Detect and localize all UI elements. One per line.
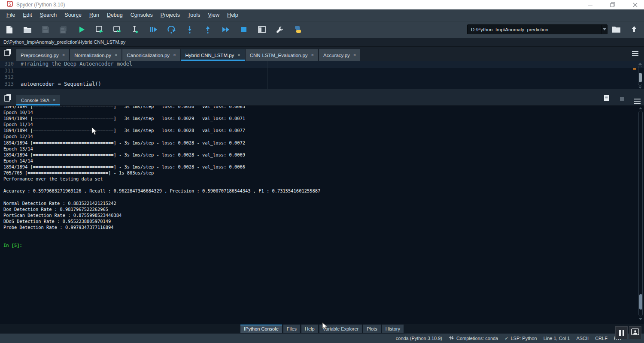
mouse-cursor: [91, 127, 97, 137]
browse-working-directory-icon[interactable]: [611, 24, 621, 34]
editor-tab-accuracy[interactable]: Accuracy.py×: [319, 49, 360, 61]
console-scrollbar-thumb[interactable]: [639, 294, 642, 310]
menu-run[interactable]: Run: [85, 9, 103, 21]
scroll-down-icon[interactable]: [639, 318, 642, 320]
debug-continue-icon[interactable]: [221, 24, 231, 35]
close-window-icon[interactable]: [630, 1, 640, 9]
scroll-down-icon[interactable]: [638, 87, 642, 89]
restore-icon[interactable]: [608, 1, 617, 9]
console-options-menu-icon[interactable]: [634, 99, 641, 99]
statusbar: conda (Python 3.10.9) Completions: conda…: [0, 334, 644, 343]
tab-history[interactable]: History: [382, 325, 404, 333]
eol-status: CRLF: [595, 336, 608, 341]
recorder-webcam-button[interactable]: [629, 326, 641, 339]
new-console-icon[interactable]: [603, 94, 610, 103]
code-editor[interactable]: 310#Training the Deep Autoencoder model …: [0, 61, 644, 89]
run-selection-icon[interactable]: [131, 24, 140, 35]
python-path-manager-icon[interactable]: [293, 24, 303, 35]
editor-line: 310#Training the Deep Autoencoder model: [0, 61, 644, 68]
run-cell-advance-icon[interactable]: [112, 24, 122, 35]
stop-debug-icon[interactable]: [239, 24, 249, 35]
warning-scrollflag[interactable]: [633, 69, 636, 70]
editor-tabbar: Preprocessing.py× Normalization.py× Cano…: [0, 47, 644, 61]
console-scrollbar[interactable]: [638, 111, 643, 316]
preferences-icon[interactable]: [275, 24, 285, 35]
recorder-pause-button[interactable]: [615, 326, 628, 339]
editor-tab-canonicalization[interactable]: Canonicalization.py×: [122, 49, 180, 61]
chevron-down-icon[interactable]: [601, 25, 607, 34]
menu-tools[interactable]: Tools: [184, 9, 204, 21]
working-directory-combobox[interactable]: D:\Python_Imp\Anomaly_prediction: [467, 24, 608, 34]
console-prompt[interactable]: In [5]:: [3, 242, 644, 248]
new-file-icon[interactable]: [4, 24, 14, 35]
column-edge-line: [267, 61, 267, 89]
webcam-frame-icon: [631, 328, 639, 337]
cursor-position-status: Line 1, Col 1: [544, 336, 570, 341]
scroll-up-icon[interactable]: [638, 63, 642, 65]
menu-edit[interactable]: Edit: [19, 9, 36, 21]
console-tabbar: Console 19/A ×: [0, 93, 644, 105]
menu-view[interactable]: View: [204, 9, 223, 21]
scroll-up-icon[interactable]: [639, 107, 642, 109]
minimize-icon[interactable]: [586, 1, 595, 9]
tab-files[interactable]: Files: [283, 325, 300, 333]
run-file-icon[interactable]: [76, 24, 86, 35]
encoding-status: ASCII: [576, 336, 589, 341]
close-icon[interactable]: ×: [173, 53, 176, 57]
warning-scrollflag[interactable]: [633, 68, 636, 69]
menu-consoles[interactable]: Consoles: [127, 9, 157, 21]
maximize-pane-icon[interactable]: [257, 24, 267, 35]
editor-tab-hybrid-cnn-lstm[interactable]: Hybrid CNN_LSTM.py×: [181, 49, 245, 61]
close-icon[interactable]: ×: [237, 53, 240, 57]
tab-help[interactable]: Help: [301, 325, 318, 333]
debug-step-out-icon[interactable]: [203, 24, 213, 35]
lsp-status[interactable]: ✓ LSP: Python: [504, 336, 537, 341]
close-icon[interactable]: ×: [353, 53, 356, 57]
breadcrumb: D:\Python_Imp\Anomaly_prediction\Hybrid …: [0, 38, 644, 47]
mouse-cursor: [322, 322, 328, 332]
run-cell-icon[interactable]: [94, 24, 104, 35]
window-title: Spyder (Python 3.10): [16, 2, 65, 8]
save-all-icon[interactable]: [58, 24, 68, 35]
close-icon[interactable]: ×: [115, 53, 117, 57]
menu-file[interactable]: File: [3, 9, 19, 21]
ipython-console-output[interactable]: 1894/1894 [=============================…: [0, 105, 644, 324]
menu-debug[interactable]: Debug: [103, 9, 127, 21]
menu-help[interactable]: Help: [223, 9, 242, 21]
editor-options-menu-icon[interactable]: [632, 51, 638, 52]
svg-text:S: S: [9, 2, 11, 6]
editor-line: 311: [0, 68, 644, 75]
pause-icon: [619, 330, 624, 336]
completions-status[interactable]: Completions: conda: [449, 335, 498, 341]
tab-ipython-console[interactable]: IPython Console: [240, 325, 282, 333]
open-file-icon[interactable]: [22, 24, 32, 35]
re-run-cell-icon[interactable]: [149, 24, 158, 35]
interrupt-kernel-icon[interactable]: [620, 97, 624, 101]
check-icon: ✓: [504, 336, 508, 341]
browse-tabs-icon[interactable]: [4, 94, 13, 102]
editor-scrollbar-thumb[interactable]: [639, 73, 642, 82]
close-icon[interactable]: ×: [53, 98, 55, 102]
editor-tab-normalization[interactable]: Normalization.py×: [70, 49, 122, 61]
editor-tab-preprocessing[interactable]: Preprocessing.py×: [16, 49, 69, 61]
menubar: File Edit Search Source Run Debug Consol…: [0, 9, 644, 21]
editor-line: 312: [0, 74, 644, 81]
browse-tabs-icon[interactable]: [4, 48, 13, 57]
close-icon[interactable]: ×: [62, 53, 65, 57]
tab-plots[interactable]: Plots: [363, 325, 380, 333]
close-icon[interactable]: ×: [311, 53, 314, 57]
menu-search[interactable]: Search: [36, 9, 61, 21]
completions-icon: [449, 335, 454, 341]
console-tab[interactable]: Console 19/A ×: [16, 95, 60, 105]
interpreter-status[interactable]: conda (Python 3.10.9): [396, 336, 442, 341]
debug-step-into-icon[interactable]: [185, 24, 194, 35]
debug-step-over-icon[interactable]: [167, 24, 176, 35]
current-file-path: D:\Python_Imp\Anomaly_prediction\Hybrid …: [3, 39, 125, 45]
titlebar: S Spyder (Python 3.10): [0, 0, 644, 9]
editor-tab-cnn-lstm-evaluation[interactable]: CNN-LSTM_Evaluation.py×: [246, 49, 318, 61]
menu-source[interactable]: Source: [61, 9, 85, 21]
save-file-icon[interactable]: [40, 24, 50, 35]
parent-directory-icon[interactable]: [629, 24, 639, 34]
menu-projects[interactable]: Projects: [157, 9, 184, 21]
spyder-window: S Spyder (Python 3.10) File Edit Search …: [0, 0, 644, 343]
